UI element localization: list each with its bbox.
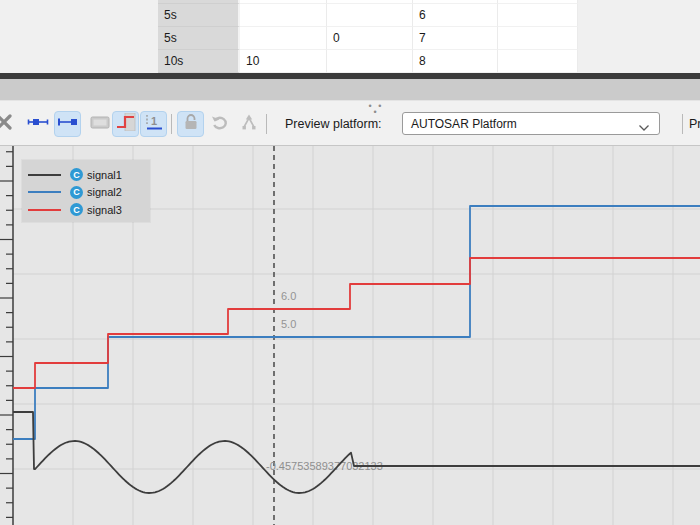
- platform-dropdown[interactable]: AUTOSAR Platform: [402, 112, 660, 135]
- toolbar-separator: [266, 114, 267, 134]
- value-cell[interactable]: 0: [327, 27, 413, 50]
- duration-cell[interactable]: 5s: [158, 4, 240, 27]
- value-cell[interactable]: [240, 27, 327, 50]
- value-cell[interactable]: [240, 4, 327, 27]
- value-cell[interactable]: 6: [413, 4, 498, 27]
- signal-badge-icon[interactable]: C: [70, 203, 83, 216]
- value-cell[interactable]: [498, 50, 578, 73]
- point-line-end-icon: [57, 114, 79, 134]
- step-display-button[interactable]: [112, 111, 139, 137]
- move-point-button[interactable]: [54, 111, 81, 137]
- chevron-down-icon: [638, 121, 650, 135]
- duration-cell[interactable]: 5s: [158, 27, 240, 50]
- preview-platform-label: Preview platform:: [285, 101, 382, 146]
- value-cell[interactable]: [498, 4, 578, 27]
- value-annotation: 5.0: [281, 318, 296, 330]
- toolbar-separator: [682, 114, 683, 134]
- undo-button[interactable]: [206, 111, 233, 137]
- signal-table[interactable]: 5s5505s65s0710s108: [158, 0, 578, 73]
- preview-toolbar: • • • 1 Preview platform: AUTOSAR Platfo…: [0, 100, 700, 146]
- legend-item-signal2[interactable]: Csignal2: [22, 184, 150, 201]
- signal-editor-window: 5s5505s65s0710s108 • • • 1 Preview platf…: [0, 0, 700, 525]
- signal-table-panel: 5s5505s65s0710s108: [0, 0, 700, 73]
- window-band: [0, 79, 700, 101]
- close-button[interactable]: [0, 111, 17, 137]
- preview-button-label-clipped[interactable]: Pre: [689, 101, 700, 146]
- table-row[interactable]: 5s07: [158, 27, 578, 50]
- value-annotation: 6.0: [281, 290, 296, 302]
- point-line-icon: [27, 114, 49, 134]
- legend-label: signal3: [87, 204, 122, 216]
- platform-dropdown-value: AUTOSAR Platform: [411, 117, 517, 131]
- linear-interpolation-button[interactable]: 1: [140, 111, 167, 137]
- toolbar-separator: [171, 114, 172, 134]
- legend-line-sample: [28, 174, 61, 176]
- table-row[interactable]: 10s108: [158, 50, 578, 73]
- value-cell[interactable]: [498, 27, 578, 50]
- legend-label: signal1: [87, 169, 122, 181]
- legend-line-sample: [28, 191, 61, 193]
- signal-badge-icon[interactable]: C: [70, 168, 83, 181]
- legend-item-signal3[interactable]: Csignal3: [22, 201, 150, 218]
- one-underline-icon: 1: [144, 114, 164, 135]
- value-cell[interactable]: 8: [413, 50, 498, 73]
- signal-preview-chart[interactable]: 6.05.0-0.45753589377032133 Csignal1Csign…: [0, 145, 700, 525]
- close-icon: [0, 114, 13, 134]
- lock-button[interactable]: [177, 111, 204, 137]
- panel-icon: [90, 115, 110, 134]
- lock-icon: [182, 113, 200, 135]
- signal-badge-icon[interactable]: C: [70, 186, 83, 199]
- table-row[interactable]: 5s6: [158, 4, 578, 27]
- legend-label: signal2: [87, 186, 122, 198]
- undo-icon: [210, 114, 230, 135]
- value-cell[interactable]: 7: [413, 27, 498, 50]
- value-cell[interactable]: [327, 4, 413, 27]
- chart-legend[interactable]: Csignal1Csignal2Csignal3: [22, 160, 150, 222]
- step-signal-icon: [116, 113, 136, 135]
- value-cell[interactable]: [327, 50, 413, 73]
- snap-to-grid-button[interactable]: [86, 111, 113, 137]
- svg-text:1: 1: [151, 115, 157, 127]
- branch-icon: [240, 114, 258, 135]
- legend-line-sample: [28, 209, 61, 211]
- value-cell[interactable]: 10: [240, 50, 327, 73]
- branch-button[interactable]: [235, 111, 262, 137]
- duration-cell[interactable]: 10s: [158, 50, 240, 73]
- insert-point-button[interactable]: [24, 111, 51, 137]
- legend-item-signal1[interactable]: Csignal1: [22, 166, 150, 183]
